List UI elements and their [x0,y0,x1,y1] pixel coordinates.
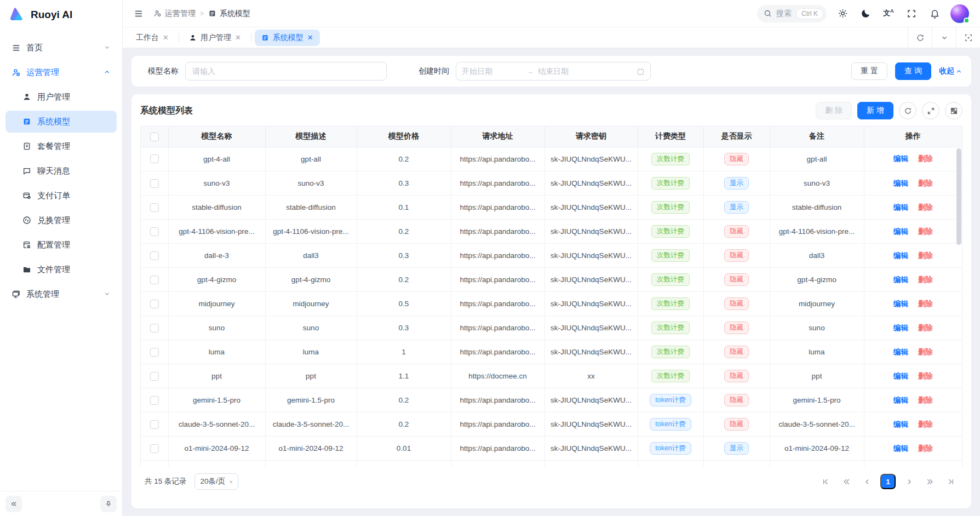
edit-link[interactable]: 编辑 [893,324,908,332]
add-button[interactable]: 新 增 [857,102,893,119]
model-name-input[interactable] [185,62,387,81]
sidebar-item-files[interactable]: 文件管理 [5,259,117,280]
edit-link[interactable]: 编辑 [893,154,908,163]
row-checkbox[interactable] [150,251,159,260]
delete-link[interactable]: 删除 [918,372,933,380]
row-checkbox[interactable] [150,420,159,429]
fast-prev-button[interactable] [839,474,854,489]
edit-link[interactable]: 编辑 [893,420,908,428]
delete-link[interactable]: 删除 [918,348,933,356]
row-checkbox[interactable] [150,348,159,357]
row-checkbox[interactable] [150,154,159,163]
last-page-button[interactable] [943,474,958,489]
row-checkbox[interactable] [150,396,159,405]
dark-mode-moon-icon[interactable] [858,7,873,21]
row-checkbox[interactable] [150,444,159,453]
settings-gear-icon[interactable] [835,7,850,21]
close-icon[interactable]: ✕ [235,33,241,42]
delete-link[interactable]: 删除 [918,420,933,428]
edit-link[interactable]: 编辑 [893,276,908,284]
sidebar-item-config[interactable]: 配置管理 [5,234,117,256]
pin-icon[interactable] [100,496,117,512]
breadcrumb-item-system-models[interactable]: 系统模型 [208,9,250,19]
page-size-select[interactable]: 20条/页 ▾ [194,473,239,490]
content-fullscreen-icon[interactable] [956,27,980,48]
chevron-down-icon[interactable] [932,27,956,48]
billing-badge: 次数计费 [651,370,690,382]
start-date-input[interactable] [462,67,522,76]
query-button[interactable]: 查 询 [895,62,931,80]
row-checkbox[interactable] [150,324,159,332]
column-settings-icon[interactable] [945,102,962,119]
edit-link[interactable]: 编辑 [893,444,908,452]
delete-link[interactable]: 删除 [918,154,933,163]
reset-button[interactable]: 重 置 [851,62,887,80]
edit-link[interactable]: 编辑 [893,396,908,404]
tab-workbench[interactable]: 工作台 ✕ [129,30,175,46]
sidebar-item-users[interactable]: 用户管理 [5,86,117,108]
row-checkbox[interactable] [150,276,159,284]
table-refresh-icon[interactable] [899,102,916,119]
fast-next-button[interactable] [922,474,937,489]
select-all-checkbox[interactable] [150,133,159,141]
edit-link[interactable]: 编辑 [893,300,908,308]
close-icon[interactable]: ✕ [307,33,313,42]
edit-link[interactable]: 编辑 [893,372,908,380]
end-date-input[interactable] [538,67,598,76]
row-checkbox[interactable] [150,179,159,188]
first-page-button[interactable] [818,474,833,489]
global-search[interactable]: 搜索 Ctrl K [757,5,827,22]
delete-link[interactable]: 删除 [918,179,933,187]
table-expand-icon[interactable] [922,102,939,119]
sidebar-item-chat-messages[interactable]: 聊天消息 [5,160,117,182]
refresh-icon[interactable] [908,27,932,48]
bulk-delete-button[interactable]: 删 除 [816,102,852,119]
edit-link[interactable]: 编辑 [893,251,908,260]
delete-link[interactable]: 删除 [918,203,933,211]
edit-link[interactable]: 编辑 [893,203,908,211]
prev-page-button[interactable] [859,474,875,489]
billing-badge: 次数计费 [651,201,690,214]
table-vertical-scrollbar[interactable] [956,148,961,245]
notifications-bell-icon[interactable] [927,7,942,21]
delete-link[interactable]: 删除 [918,276,933,284]
sidebar-item-payment-orders[interactable]: 支付订单 [5,185,117,207]
close-icon[interactable]: ✕ [163,33,169,42]
row-checkbox[interactable] [150,227,159,236]
row-checkbox[interactable] [150,300,159,308]
edit-link[interactable]: 编辑 [893,179,908,187]
cell-model-price: 0.2 [357,268,451,292]
delete-link[interactable]: 删除 [918,300,933,308]
language-translate-icon[interactable]: 文A [881,7,896,21]
sidebar-item-operations[interactable]: 运营管理 [5,61,117,83]
date-range-picker[interactable]: → [456,62,651,81]
table-row: gpt-4-all gpt-all 0.2 https://api.pandar… [141,147,962,171]
sidebar-item-system-admin[interactable]: 系统管理 [5,283,117,305]
row-checkbox[interactable] [150,203,159,212]
delete-link[interactable]: 删除 [918,324,933,332]
brand-logo[interactable]: Ruoyi AI [0,0,122,30]
user-avatar[interactable] [950,4,969,23]
cell-model-price: 0.3 [357,244,451,268]
sidebar-item-packages[interactable]: 套餐管理 [5,135,117,157]
next-page-button[interactable] [901,474,916,489]
hamburger-icon[interactable] [134,9,144,19]
breadcrumb-item-operations[interactable]: 运营管理 [153,9,196,19]
edit-link[interactable]: 编辑 [893,348,908,356]
sidebar-item-redeem[interactable]: 兑换管理 [5,209,117,231]
edit-link[interactable]: 编辑 [893,227,908,236]
tab-user-management[interactable]: 用户管理 ✕ [182,30,248,46]
row-checkbox[interactable] [150,372,159,381]
delete-link[interactable]: 删除 [918,227,933,236]
delete-link[interactable]: 删除 [918,396,933,404]
tab-system-models[interactable]: 系统模型 ✕ [255,30,320,46]
delete-link[interactable]: 删除 [918,444,933,452]
current-page-button[interactable]: 1 [880,474,896,489]
fullscreen-icon[interactable] [904,7,919,21]
sidebar-item-system-models[interactable]: 系统模型 [5,111,117,133]
collapse-filter-link[interactable]: 收起 [939,66,962,76]
sidebar-item-home[interactable]: 首页 [5,37,117,59]
table-row: stable-diffusion stable-diffusion 0.1 ht… [141,196,962,220]
delete-link[interactable]: 删除 [918,251,933,260]
sidebar-collapse-button[interactable] [5,496,22,512]
